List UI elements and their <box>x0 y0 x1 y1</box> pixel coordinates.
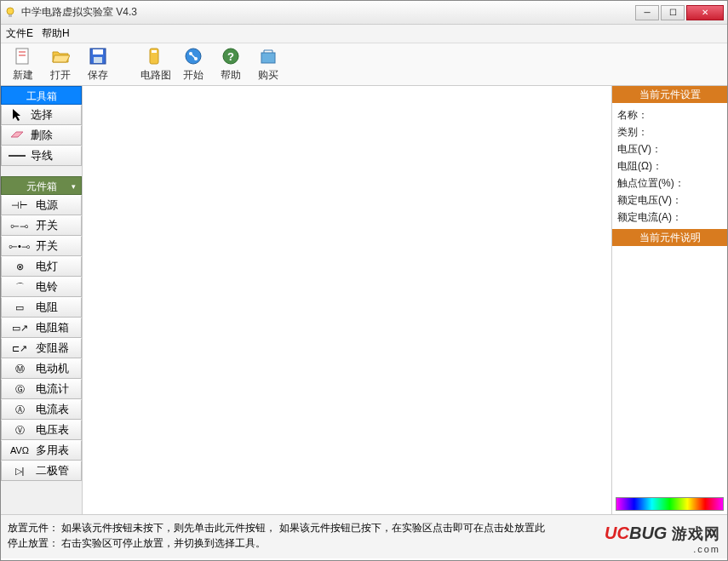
components-header[interactable]: 元件箱 <box>1 176 82 195</box>
description-header: 当前元件说明 <box>612 229 727 246</box>
component-电流表[interactable]: Ⓐ电流表 <box>1 399 82 420</box>
open-icon <box>50 46 71 66</box>
menu-file[interactable]: 文件E <box>6 26 33 41</box>
watermark: UCBUG 游戏网 .com <box>605 525 720 557</box>
component-label: 变阻器 <box>36 341 79 356</box>
settings-header: 当前元件设置 <box>612 86 727 103</box>
component-电灯[interactable]: ⊗电灯 <box>1 256 82 277</box>
component-symbol-icon: Ⓜ <box>3 363 36 375</box>
component-symbol-icon: ▭ <box>3 302 36 313</box>
help-button[interactable]: ? 帮助 <box>214 45 248 84</box>
component-电动机[interactable]: Ⓜ电动机 <box>1 358 82 379</box>
description-body <box>612 246 727 497</box>
bulb-icon <box>4 7 16 19</box>
close-button[interactable]: ✕ <box>686 5 724 20</box>
svg-point-0 <box>7 8 14 14</box>
component-symbol-icon: ▭↗ <box>3 323 36 334</box>
component-电阻[interactable]: ▭电阻 <box>1 297 82 318</box>
component-symbol-icon: Ⓐ <box>3 404 36 416</box>
save-icon <box>88 46 108 66</box>
toolbar: 新建 打开 保存 电路图 开始 ? 帮助 购买 <box>1 43 727 86</box>
open-button[interactable]: 打开 <box>43 45 77 84</box>
prop-contact: 触点位置(%)： <box>617 175 722 192</box>
component-电源[interactable]: ⊣⊢电源 <box>1 195 82 215</box>
prop-resistance: 电阻(Ω)： <box>617 157 722 175</box>
tool-wire[interactable]: 导线 <box>1 146 82 166</box>
component-二极管[interactable]: ▷|二极管 <box>1 461 82 481</box>
prop-category: 类别： <box>617 123 722 140</box>
maximize-button[interactable]: ☐ <box>661 5 685 20</box>
start-icon <box>183 46 203 66</box>
component-symbol-icon: ⌒ <box>3 281 36 294</box>
buy-icon <box>258 46 278 66</box>
svg-rect-1 <box>9 14 12 17</box>
right-panel: 当前元件设置 名称： 类别： 电压(V)： 电阻(Ω)： 触点位置(%)： 额定… <box>611 86 727 514</box>
component-symbol-icon: ⊣⊢ <box>3 200 36 211</box>
component-label: 多用表 <box>36 443 79 458</box>
component-label: 开关 <box>36 218 79 233</box>
pointer-icon <box>3 108 31 122</box>
svg-rect-7 <box>152 50 157 53</box>
prop-rated-current: 额定电流(A)： <box>617 209 722 226</box>
component-symbol-icon: ▷| <box>3 466 36 477</box>
component-label: 电流计 <box>36 381 79 397</box>
component-label: 开关 <box>36 238 79 254</box>
component-symbol-icon: ⟜⊸ <box>3 220 36 232</box>
component-label: 电阻箱 <box>36 320 79 335</box>
component-label: 电动机 <box>36 361 79 376</box>
tool-select[interactable]: 选择 <box>1 105 82 125</box>
menubar: 文件E 帮助H <box>1 25 727 43</box>
wire-icon <box>3 152 31 159</box>
component-symbol-icon: AVΩ <box>3 445 36 455</box>
color-spectrum[interactable] <box>616 497 724 511</box>
window-controls: ─ ☐ ✕ <box>635 5 724 20</box>
component-多用表[interactable]: AVΩ多用表 <box>1 440 82 461</box>
component-symbol-icon: ⊏↗ <box>3 343 36 354</box>
component-开关[interactable]: ⟜⊸开关 <box>1 215 82 236</box>
experiment-canvas[interactable] <box>83 86 611 514</box>
svg-text:?: ? <box>227 50 234 63</box>
component-label: 电压表 <box>36 422 79 438</box>
svg-rect-13 <box>261 53 275 63</box>
new-icon <box>13 46 33 66</box>
component-label: 二极管 <box>36 463 79 478</box>
save-button[interactable]: 保存 <box>81 45 115 84</box>
component-symbol-icon: Ⓥ <box>3 424 36 437</box>
component-label: 电灯 <box>36 259 79 274</box>
minimize-button[interactable]: ─ <box>635 5 659 20</box>
component-电流计[interactable]: Ⓖ电流计 <box>1 379 82 399</box>
component-变阻器[interactable]: ⊏↗变阻器 <box>1 338 82 358</box>
prop-rated-voltage: 额定电压(V)： <box>617 192 722 209</box>
start-button[interactable]: 开始 <box>176 45 210 84</box>
component-电铃[interactable]: ⌒电铃 <box>1 277 82 297</box>
component-label: 电阻 <box>36 300 79 315</box>
svg-rect-5 <box>94 57 102 63</box>
tool-delete[interactable]: 删除 <box>1 125 82 146</box>
component-symbol-icon: ⊗ <box>3 261 36 272</box>
help-icon: ? <box>221 46 241 66</box>
component-电压表[interactable]: Ⓥ电压表 <box>1 420 82 440</box>
component-label: 电源 <box>36 197 79 213</box>
titlebar: 中学电路虚拟实验室 V4.3 ─ ☐ ✕ <box>1 1 727 25</box>
new-button[interactable]: 新建 <box>6 45 40 84</box>
main-area: 工具箱 选择 删除 导线 元件箱 ⊣⊢电源⟜⊸开关⟜•⊸开关⊗电灯⌒电铃▭电阻▭… <box>1 86 727 514</box>
property-list: 名称： 类别： 电压(V)： 电阻(Ω)： 触点位置(%)： 额定电压(V)： … <box>612 103 727 229</box>
menu-help[interactable]: 帮助H <box>42 26 70 41</box>
eraser-icon <box>3 130 31 140</box>
component-symbol-icon: ⟜•⊸ <box>3 241 36 252</box>
circuit-icon <box>146 46 166 66</box>
toolbox-header: 工具箱 <box>1 86 82 105</box>
component-label: 电铃 <box>36 279 79 295</box>
component-symbol-icon: Ⓖ <box>3 383 36 396</box>
svg-rect-2 <box>16 49 28 64</box>
left-panel: 工具箱 选择 删除 导线 元件箱 ⊣⊢电源⟜⊸开关⟜•⊸开关⊗电灯⌒电铃▭电阻▭… <box>1 86 83 514</box>
component-开关[interactable]: ⟜•⊸开关 <box>1 236 82 256</box>
window-title: 中学电路虚拟实验室 V4.3 <box>21 5 635 20</box>
component-label: 电流表 <box>36 402 79 417</box>
prop-name: 名称： <box>617 106 722 123</box>
buy-button[interactable]: 购买 <box>251 45 285 84</box>
component-电阻箱[interactable]: ▭↗电阻箱 <box>1 318 82 338</box>
statusbar: 放置元件： 如果该元件按钮未按下，则先单击此元件按钮， 如果该元件按钮已按下，在… <box>1 514 727 558</box>
circuit-button[interactable]: 电路图 <box>139 45 173 84</box>
svg-rect-4 <box>93 49 103 54</box>
